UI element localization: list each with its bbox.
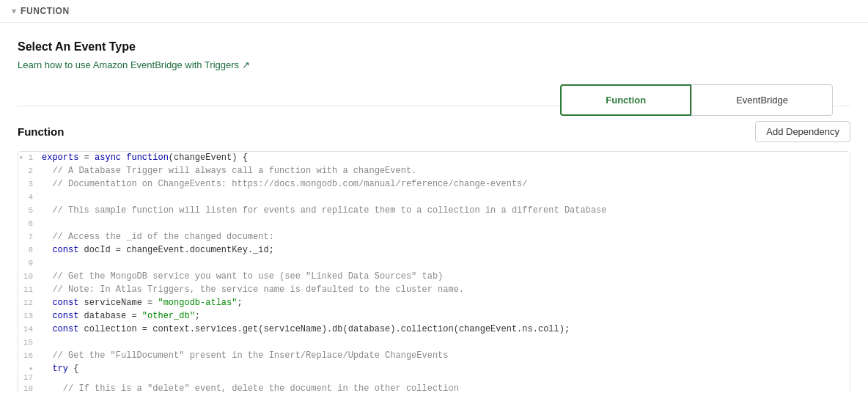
code-line: ▾ 17 try {: [18, 363, 850, 383]
code-editor[interactable]: ▾ 1exports = async function(changeEvent)…: [18, 151, 850, 393]
line-content: // This sample function will listen for …: [42, 205, 850, 216]
line-content: // Get the "FullDocument" present in the…: [42, 350, 850, 361]
code-line: 9: [18, 257, 850, 271]
line-number: ▾ 17: [18, 364, 42, 382]
code-line: 14 const collection = context.services.g…: [18, 323, 850, 337]
code-line: 7 // Access the _id of the changed docum…: [18, 231, 850, 244]
external-link-icon: ↗: [242, 59, 250, 70]
line-content: const collection = context.services.get(…: [42, 324, 850, 334]
line-number: 18: [18, 384, 42, 393]
top-bar: ▾ FUNCTION: [0, 0, 868, 23]
eventbridge-button[interactable]: EventBridge: [691, 84, 833, 116]
line-number: 10: [18, 272, 42, 281]
line-content: const docId = changeEvent.documentKey._i…: [42, 245, 850, 255]
code-line: 15: [18, 337, 850, 350]
line-number: 11: [18, 285, 42, 294]
line-number: 13: [18, 312, 42, 320]
line-number: 14: [18, 325, 42, 334]
code-line: 5 // This sample function will listen fo…: [18, 205, 850, 218]
code-line: 11 // Note: In Atlas Triggers, the servi…: [18, 284, 850, 297]
line-number: 6: [18, 219, 42, 228]
line-number: 4: [18, 193, 42, 202]
line-content: const serviceName = "mongodb-atlas";: [42, 298, 850, 308]
function-button[interactable]: Function: [560, 84, 691, 116]
line-number: 12: [18, 298, 42, 307]
code-line: 2 // A Database Trigger will always call…: [18, 165, 850, 178]
function-header: Function Add Dependency: [18, 121, 850, 142]
line-content: exports = async function(changeEvent) {: [42, 153, 850, 163]
line-content: [42, 337, 850, 348]
event-type-buttons: Function EventBridge: [560, 84, 833, 116]
line-content: [42, 192, 850, 202]
chevron-icon: ▾: [12, 6, 16, 16]
eventbridge-link[interactable]: Learn how to use Amazon EventBridge with…: [18, 59, 250, 70]
line-number: 16: [18, 351, 42, 360]
eventbridge-link-text: Learn how to use Amazon EventBridge with…: [18, 59, 239, 70]
code-line: 6: [18, 218, 850, 231]
event-type-row: Select An Event Type Learn how to use Am…: [18, 40, 850, 88]
code-line: 8 const docId = changeEvent.documentKey.…: [18, 244, 850, 257]
line-content: // Note: In Atlas Triggers, the service …: [42, 284, 850, 295]
line-number: 15: [18, 338, 42, 347]
line-number: 3: [18, 180, 42, 188]
code-line: 3 // Documentation on ChangeEvents: http…: [18, 178, 850, 191]
line-content: // Documentation on ChangeEvents: https:…: [42, 179, 850, 189]
line-number: 5: [18, 206, 42, 215]
line-content: [42, 258, 850, 268]
line-content: const database = "other_db";: [42, 311, 850, 321]
code-line: 12 const serviceName = "mongodb-atlas";: [18, 297, 850, 310]
add-dependency-button[interactable]: Add Dependency: [755, 121, 850, 142]
line-content: // Access the _id of the changed documen…: [42, 232, 850, 242]
line-number: 2: [18, 166, 42, 175]
line-content: [42, 218, 850, 229]
line-number: 8: [18, 246, 42, 254]
function-title: Function: [18, 125, 64, 138]
select-event-section: Select An Event Type Learn how to use Am…: [18, 40, 250, 70]
select-event-title: Select An Event Type: [18, 40, 250, 54]
top-bar-title: FUNCTION: [21, 6, 70, 16]
code-line: 18 // If this is a "delete" event, delet…: [18, 383, 850, 393]
code-line: ▾ 1exports = async function(changeEvent)…: [18, 152, 850, 165]
line-content: try {: [42, 364, 850, 374]
line-number: 7: [18, 232, 42, 241]
line-content: // A Database Trigger will always call a…: [42, 166, 850, 176]
line-content: // Get the MongoDB service you want to u…: [42, 271, 850, 282]
code-line: 16 // Get the "FullDocument" present in …: [18, 350, 850, 363]
line-number: 9: [18, 259, 42, 268]
code-line: 4: [18, 191, 850, 205]
line-number: ▾ 1: [18, 153, 42, 162]
line-content: // If this is a "delete" event, delete t…: [42, 383, 850, 393]
code-line: 13 const database = "other_db";: [18, 310, 850, 323]
code-line: 10 // Get the MongoDB service you want t…: [18, 271, 850, 284]
